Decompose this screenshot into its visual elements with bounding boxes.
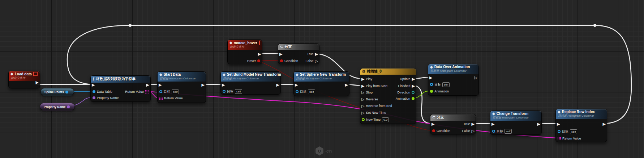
node-replace-row-index[interactable]: ◈ Replace Row Index 目标是 Histogram Column… <box>555 109 607 142</box>
pin-target[interactable]: 目标 self <box>558 129 577 134</box>
pin-reverse[interactable]: ▷Reverse <box>361 97 378 102</box>
pin-label: Stop <box>366 91 373 94</box>
pin-play[interactable]: ▶Play <box>361 76 372 82</box>
pin-exec-out[interactable]: ▶ <box>202 82 205 87</box>
pin-false[interactable]: False ▷ <box>306 58 318 63</box>
pin-update[interactable]: Update▶ <box>400 76 415 82</box>
pin-exec-in[interactable]: ▶ <box>491 121 494 126</box>
node-header[interactable]: ◷ 时间轴_0 <box>360 68 416 75</box>
new-time-value-box[interactable]: 0.0 <box>382 117 389 122</box>
pin-exec-out[interactable]: ▷ <box>475 75 477 80</box>
pin-exec-out[interactable]: ▶ <box>603 121 606 126</box>
pin-new-time[interactable]: New Time 0.0 <box>362 117 389 122</box>
pin-reverse-from-end[interactable]: ▷Reverse from End <box>361 103 392 108</box>
vector-pin-icon[interactable] <box>65 91 68 93</box>
target-value-box[interactable]: self <box>172 90 179 94</box>
node-mouse-hover[interactable]: ◈ mouse_hover 自定义事件 ▶ Hover <box>227 40 262 64</box>
pin-exec-out[interactable]: ▶ <box>276 82 279 87</box>
reroute-node-left[interactable] <box>129 24 132 27</box>
pin-false[interactable]: False ▷ <box>462 128 475 133</box>
pin-return-value[interactable]: Return Value <box>159 96 183 101</box>
node-start-data[interactable]: ◈ Start Data 目标是 Histogram Columnar ▶ ▶ … <box>157 71 206 103</box>
target-value-box[interactable]: self <box>570 129 577 134</box>
pin-exec-in[interactable]: ▶ <box>429 75 432 80</box>
node-load-data[interactable]: ◈ Load data 自定义事件 ▶ <box>8 71 40 88</box>
node-header[interactable]: ◈ mouse_hover 自定义事件 <box>228 40 262 50</box>
pin-exec-out[interactable]: ▶ <box>146 82 149 87</box>
pin-exec-in[interactable]: ▶ <box>92 82 95 87</box>
exec-pin-hollow-icon: ▷ <box>361 104 364 108</box>
pin-target[interactable]: 目标 self <box>296 89 315 94</box>
node-title: Data Over Animation <box>434 65 470 69</box>
pin-exec-in[interactable]: ▶ <box>279 51 282 57</box>
pin-exec-out[interactable]: ▶ <box>537 121 540 126</box>
pin-condition[interactable]: Condition <box>280 58 298 63</box>
blueprint-graph-canvas[interactable]: ◈ Load data 自定义事件 ▶ Spline Points Proper… <box>0 0 644 158</box>
target-value-box[interactable]: self <box>235 89 242 94</box>
pin-return-value[interactable]: Return Value <box>558 136 581 141</box>
node-header[interactable]: ◈ Replace Row Index 目标是 Histogram Column… <box>556 109 607 119</box>
node-header[interactable]: ◈ Start Data 目标是 Histogram Columnar <box>158 72 206 82</box>
pin-target[interactable]: 目标 self <box>492 129 512 134</box>
node-branch-1[interactable]: ⊂ 分支 ▶ Condition True ▶ False ▷ <box>278 43 319 64</box>
pin-exec-out[interactable]: ▶ <box>258 51 261 57</box>
pin-exec-in[interactable]: ▶ <box>557 121 560 126</box>
node-header[interactable]: ◈ Data Over Animation 目标是 Histogram Colu… <box>428 64 478 74</box>
pin-target[interactable]: 目标 self <box>223 89 242 94</box>
target-value-box[interactable]: self <box>442 82 450 87</box>
clock-icon: ◷ <box>362 70 365 73</box>
node-header[interactable]: ◈ Set Build Model New Transform 目标是 Hist… <box>221 72 280 82</box>
pin-finished[interactable]: Finished▶ <box>398 83 415 88</box>
pin-target[interactable]: 目标 self <box>430 82 450 87</box>
node-property-name[interactable]: Property Name <box>40 103 75 111</box>
pin-data-table[interactable]: Data Table <box>93 89 112 94</box>
node-spline-points[interactable]: Spline Points <box>40 88 74 96</box>
pin-set-new-time[interactable]: ▷Set New Time <box>361 110 386 115</box>
pin-exec-out[interactable]: ▶ <box>36 80 39 85</box>
reroute-node-right[interactable] <box>593 24 596 27</box>
pin-true[interactable]: True ▶ <box>463 121 475 126</box>
event-icon: ◈ <box>10 72 13 76</box>
pin-target[interactable]: 目标 self <box>159 89 179 94</box>
float-pin-icon <box>412 97 415 100</box>
target-value-box[interactable]: self <box>505 129 512 134</box>
node-load-data-header[interactable]: ◈ Load data 自定义事件 <box>9 71 40 81</box>
pin-return-value[interactable]: Return Value <box>125 89 149 94</box>
target-value-box[interactable]: self <box>308 90 315 94</box>
node-title: Load data <box>15 72 32 76</box>
node-header[interactable]: ⊂ 分支 <box>278 44 319 50</box>
node-branch-2[interactable]: ⊂ 分支 ▶ Condition True ▶ False ▷ <box>430 114 476 134</box>
node-header[interactable]: ⊂ 分支 <box>430 115 476 121</box>
node-header[interactable]: ◈ Set Sphere New Transform 目标是 Histogram… <box>294 72 349 82</box>
pin-exec-in[interactable]: ▶ <box>295 82 298 87</box>
pin-play-from-start[interactable]: ▶Play from Start <box>361 83 387 88</box>
pin-condition[interactable]: Condition <box>432 128 450 133</box>
event-flag-icon[interactable] <box>33 72 38 76</box>
node-data-over-animation[interactable]: ◈ Data Over Animation 目标是 Histogram Colu… <box>428 64 479 96</box>
pin-property-name[interactable]: Property Name <box>93 95 119 100</box>
node-timeline[interactable]: ◷ 时间轴_0 ▶Play ▶Play from Start ▷Stop ▷Re… <box>360 68 416 124</box>
exec-pin-hollow-icon: ▷ <box>361 111 364 115</box>
node-subtitle: 目标是 Histogram Columnar <box>558 114 605 118</box>
pin-exec-in[interactable]: ▶ <box>432 121 434 126</box>
pin-animation-out[interactable]: Animation <box>396 96 415 101</box>
node-get-table-column[interactable]: ƒ 将数据表列获取为字符串 ▶ ▶ Data Table Property Na… <box>90 75 151 102</box>
node-subtitle: 目标是 Histogram Columnar <box>430 69 476 73</box>
pin-hover[interactable]: Hover <box>247 58 260 63</box>
pin-exec-in[interactable]: ▶ <box>222 82 225 87</box>
event-flag-icon[interactable] <box>259 41 260 45</box>
node-header[interactable]: ƒ 将数据表列获取为字符串 <box>91 76 150 83</box>
node-title: Replace Row Index <box>562 110 595 114</box>
pin-direction[interactable]: Direction <box>397 90 415 95</box>
bool-pin-icon <box>280 59 283 62</box>
pin-exec-in[interactable]: ▶ <box>159 82 162 87</box>
pin-exec-out[interactable]: ▶ <box>345 82 348 87</box>
name-pin-icon[interactable] <box>67 105 70 108</box>
pin-animation-in[interactable]: Animation <box>430 89 449 94</box>
node-change-transform[interactable]: ◈ Change Transform 目标是 Histogram Columna… <box>490 111 542 135</box>
pin-true[interactable]: True ▶ <box>307 51 318 57</box>
node-header[interactable]: ◈ Change Transform 目标是 Histogram Columna… <box>490 111 541 121</box>
node-set-build-model[interactable]: ◈ Set Build Model New Transform 目标是 Hist… <box>220 71 281 95</box>
node-set-sphere[interactable]: ◈ Set Sphere New Transform 目标是 Histogram… <box>293 71 349 96</box>
pin-stop[interactable]: ▷Stop <box>361 90 373 95</box>
